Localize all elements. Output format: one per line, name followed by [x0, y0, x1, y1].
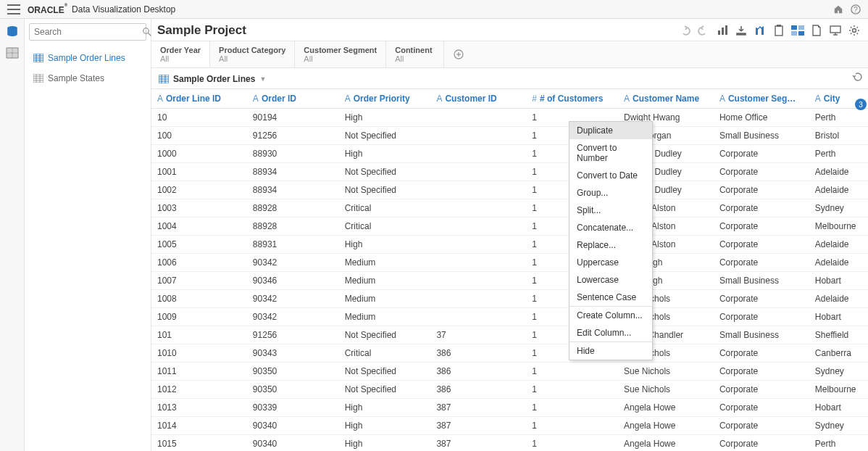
prepare-icon[interactable] — [791, 24, 804, 37]
filter-cell[interactable]: ContinentAll — [386, 41, 444, 67]
table-cell: 1007 — [151, 272, 247, 290]
table-row[interactable]: 100790346Medium1Jose HighSmall BusinessH… — [151, 272, 868, 290]
table-cell — [430, 236, 526, 254]
table-cell: Adelaide — [809, 290, 868, 308]
svg-text:?: ? — [854, 4, 858, 13]
table-cell: Corporate — [714, 254, 809, 272]
context-menu-item[interactable]: Hide — [569, 342, 652, 360]
table-cell: High — [339, 236, 431, 254]
table-row[interactable]: 1090194High1Dwight HwangHome OfficePerth — [151, 109, 868, 127]
table-row[interactable]: 10091256Not Specified1Ray MorganSmall Bu… — [151, 127, 868, 145]
table-row[interactable]: 101390339High3871Angela HoweCorporateHob… — [151, 399, 868, 417]
table-cell — [430, 199, 526, 218]
table-row[interactable]: 101190350Not Specified3861Sue NicholsCor… — [151, 363, 868, 381]
data-grid-scroll[interactable]: AOrder Line IDAOrder IDAOrder PriorityAC… — [151, 88, 868, 451]
column-type-icon: A — [436, 94, 442, 104]
table-row[interactable]: 100588931High1Renee AlstonCorporateAdela… — [151, 236, 868, 254]
column-header[interactable]: ## of Customers — [526, 89, 618, 109]
new-page-icon[interactable] — [810, 24, 823, 37]
refresh-icon[interactable] — [852, 71, 864, 83]
menu-icon[interactable] — [7, 4, 20, 15]
context-menu-item[interactable]: Group... — [569, 184, 652, 202]
add-filter-icon[interactable] — [444, 41, 473, 67]
context-menu-item[interactable]: Convert to Number — [569, 139, 652, 167]
toolbar — [678, 24, 861, 37]
table-cell — [430, 290, 526, 308]
filter-cell[interactable]: Customer SegmentAll — [295, 41, 386, 67]
recommend-icon[interactable] — [754, 24, 767, 37]
filter-cell[interactable]: Product CategoryAll — [210, 41, 295, 67]
table-cell: 1001 — [151, 163, 247, 181]
column-type-icon: # — [532, 94, 537, 104]
table-cell: Not Specified — [339, 127, 431, 145]
table-row[interactable]: 10191256Not Specified371Stacy ChandlerSm… — [151, 326, 868, 344]
context-menu-item[interactable]: Sentence Case — [569, 289, 652, 306]
table-cell — [430, 127, 526, 145]
table-row[interactable]: 100188934Not Specified1Wesley DudleyCorp… — [151, 163, 868, 181]
context-menu-item[interactable]: Duplicate — [569, 122, 652, 139]
import-icon[interactable] — [735, 24, 748, 37]
context-menu-item[interactable]: Lowercase — [569, 271, 652, 289]
context-menu-item[interactable]: Split... — [569, 202, 652, 219]
redo-icon[interactable] — [697, 24, 710, 37]
filter-value: All — [395, 54, 435, 63]
column-header[interactable]: AOrder Line ID — [151, 89, 247, 109]
column-header[interactable]: ACustomer Name — [618, 89, 714, 109]
column-header[interactable]: ACustomer ID — [430, 89, 526, 109]
filter-value: All — [219, 54, 285, 63]
context-menu-item[interactable]: Replace... — [569, 236, 652, 254]
column-label: # of Customers — [540, 94, 603, 104]
table-row[interactable]: 101490340High3871Angela HoweCorporateSyd… — [151, 417, 868, 435]
table-row[interactable]: 100288934Not Specified1Wesley DudleyCorp… — [151, 181, 868, 199]
search-icon[interactable] — [143, 28, 151, 36]
table-cell: Perth — [809, 109, 868, 127]
table-icon — [33, 74, 43, 83]
table-cell: Not Specified — [339, 381, 431, 399]
table-cell: 1002 — [151, 181, 247, 199]
table-cell: Angela Howe — [618, 399, 714, 417]
table-cell: 1 — [526, 363, 618, 381]
gear-icon[interactable] — [848, 24, 861, 37]
column-header[interactable]: AOrder ID — [247, 89, 339, 109]
table-row[interactable]: 100088930High1Wesley DudleyCorporatePert… — [151, 145, 868, 163]
table-row[interactable]: 100690342Medium1Jose HighCorporateAdelai… — [151, 254, 868, 272]
search-input[interactable] — [34, 27, 143, 37]
dataset-label: Sample States — [48, 73, 104, 83]
undo-icon[interactable] — [678, 24, 691, 37]
table-row[interactable]: 101290350Not Specified3861Sue NicholsCor… — [151, 381, 868, 399]
table-row[interactable]: 100990342Medium1Sue NicholsCorporateHoba… — [151, 308, 868, 326]
table-row[interactable]: 100890342Medium1Sue NicholsCorporateAdel… — [151, 290, 868, 308]
visualizations-icon[interactable] — [5, 46, 20, 59]
table-cell: High — [339, 109, 431, 127]
dataset-item[interactable]: Sample States — [29, 68, 146, 88]
data-sources-icon[interactable] — [5, 25, 20, 38]
filter-cell[interactable]: Order YearAll — [151, 41, 210, 67]
table-dropdown-icon[interactable]: ▼ — [259, 75, 266, 83]
table-cell: Sydney — [809, 199, 868, 218]
context-menu-item[interactable]: Concatenate... — [569, 219, 652, 236]
column-header[interactable]: AOrder Priority — [339, 89, 431, 109]
column-header[interactable]: ACustomer Seg… — [714, 89, 809, 109]
table-cell: Adelaide — [809, 254, 868, 272]
recommendation-badge[interactable]: 3 — [855, 99, 867, 110]
context-menu-item[interactable]: Convert to Date — [569, 167, 652, 184]
table-row[interactable]: 101090343Critical3861Sue NicholsCorporat… — [151, 344, 868, 363]
context-menu-item[interactable]: Edit Column... — [569, 324, 652, 342]
search-input-wrap — [29, 23, 146, 41]
home-icon[interactable] — [833, 4, 843, 15]
table-cell: 90342 — [247, 254, 339, 272]
help-icon[interactable]: ? — [851, 4, 861, 15]
table-cell: 88930 — [247, 145, 339, 163]
svg-rect-26 — [830, 26, 840, 33]
dataset-item[interactable]: Sample Order Lines — [29, 48, 146, 68]
table-cell: 90343 — [247, 344, 339, 363]
context-menu-item[interactable]: Uppercase — [569, 254, 652, 271]
clipboard-icon[interactable] — [772, 24, 785, 37]
table-row[interactable]: 101590340High3871Angela HoweCorporatePer… — [151, 435, 868, 452]
context-menu-item[interactable]: Create Column... — [569, 307, 652, 324]
present-icon[interactable] — [829, 24, 842, 37]
table-row[interactable]: 100388928Critical1Renee AlstonCorporateS… — [151, 199, 868, 218]
bar-chart-icon[interactable] — [716, 24, 729, 37]
table-cell — [430, 109, 526, 127]
table-row[interactable]: 100488928Critical1Renee AlstonCorporateM… — [151, 218, 868, 236]
